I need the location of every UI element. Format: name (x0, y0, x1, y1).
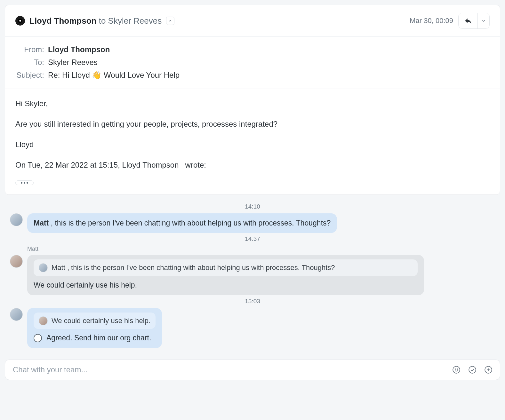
chat-thread: 14:10 Matt , this is the person I've bee… (5, 195, 500, 354)
meta-from-label: From: (15, 45, 44, 54)
email-header: Lloyd Thompson to Skyler Reeves Mar 30, … (5, 5, 500, 36)
chat-message: Matt , this is the person I've been chat… (10, 255, 495, 295)
add-button[interactable] (484, 365, 493, 374)
task-checkbox[interactable] (34, 334, 42, 342)
chevron-down-icon (481, 19, 486, 23)
chevron-up-icon (168, 19, 172, 23)
meta-subject-label: Subject: (15, 71, 44, 80)
meta-to-label: To: (15, 58, 44, 67)
avatar (10, 308, 23, 321)
message-bubble[interactable]: We could certainly use his help. Agreed.… (27, 308, 162, 348)
message-bubble[interactable]: Matt , this is the person I've been chat… (27, 213, 337, 233)
sender-name: Lloyd Thompson (29, 16, 96, 26)
quoted-text: We could certainly use his help. (52, 316, 150, 326)
chat-message: Matt , this is the person I've been chat… (10, 213, 495, 233)
quoted-avatar (39, 316, 48, 325)
quoted-message: Matt , this is the person I've been chat… (34, 259, 418, 276)
svg-point-1 (19, 20, 21, 21)
message-text: We could certainly use his help. (34, 281, 137, 289)
task-line: Agreed. Send him our org chart. (34, 333, 156, 343)
body-greeting: Hi Skyler, (15, 98, 490, 109)
smile-icon (452, 366, 461, 374)
meta-subject-value: Re: Hi Lloyd 👋 Would Love Your Help (48, 71, 180, 80)
body-signoff: Lloyd (15, 139, 490, 150)
reply-menu-button[interactable] (478, 13, 489, 28)
avatar (10, 255, 23, 268)
svg-point-3 (455, 369, 456, 369)
svg-point-5 (469, 366, 476, 373)
email-meta: From: Lloyd Thompson To: Skyler Reeves S… (5, 36, 500, 89)
chat-composer (5, 360, 500, 380)
reply-button[interactable] (459, 13, 478, 28)
quoted-intro-1: On Tue, 22 Mar 2022 at 15:15, Lloyd Thom… (15, 161, 179, 169)
time-divider: 14:10 (10, 203, 495, 210)
avatar (10, 213, 23, 226)
recipient-name: Skyler Reeves (108, 16, 162, 26)
quoted-intro-2: wrote: (185, 161, 206, 169)
svg-point-2 (453, 366, 460, 373)
sender-avatar (15, 16, 25, 26)
collapse-toggle[interactable] (166, 17, 174, 25)
email-body: Hi Skyler, Are you still interested in g… (5, 89, 500, 194)
body-line1: Are you still interested in getting your… (15, 118, 490, 130)
chat-input[interactable] (12, 365, 452, 375)
check-circle-icon (468, 366, 477, 374)
quoted-message: We could certainly use his help. (34, 313, 156, 329)
meta-from-value: Lloyd Thompson (48, 45, 110, 54)
message-text: Agreed. Send him our org chart. (46, 333, 151, 343)
message-bubble[interactable]: Matt , this is the person I've been chat… (27, 255, 424, 295)
show-trimmed-button[interactable] (15, 180, 34, 185)
time-divider: 15:03 (10, 298, 495, 305)
to-word: to (99, 16, 106, 26)
sender-line: Lloyd Thompson to Skyler Reeves (29, 16, 162, 26)
svg-point-4 (457, 369, 458, 369)
quoted-header: On Tue, 22 Mar 2022 at 15:15, Lloyd Thom… (15, 159, 490, 171)
time-divider: 14:37 (10, 235, 495, 242)
reply-icon (464, 17, 472, 25)
chat-message: We could certainly use his help. Agreed.… (10, 308, 495, 348)
reply-button-group (458, 13, 490, 29)
message-text: , this is the person I've been chatting … (49, 219, 331, 227)
emoji-button[interactable] (452, 365, 461, 374)
email-timestamp: Mar 30, 00:09 (410, 17, 453, 25)
task-button[interactable] (468, 365, 477, 374)
mention: Matt (34, 219, 49, 227)
quoted-avatar (39, 263, 48, 272)
ellipsis-icon (21, 182, 28, 184)
sender-label: Matt (27, 246, 495, 252)
plus-circle-icon (484, 366, 493, 374)
email-card: Lloyd Thompson to Skyler Reeves Mar 30, … (5, 5, 500, 195)
quoted-text: Matt , this is the person I've been chat… (52, 263, 335, 273)
meta-to-value: Skyler Reeves (48, 58, 98, 67)
